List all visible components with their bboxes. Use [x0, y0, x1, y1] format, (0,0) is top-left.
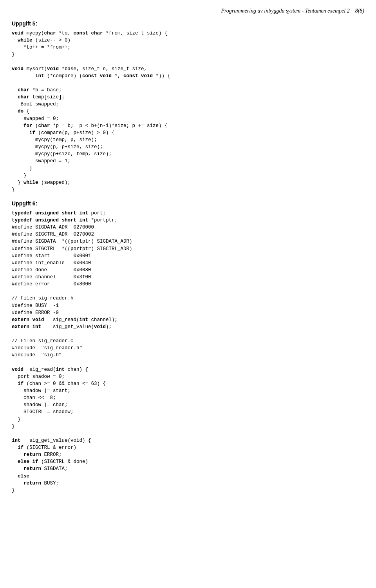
section5-title: Uppgift 5:: [12, 20, 364, 27]
section6-title: Uppgift 6:: [12, 200, 364, 207]
page-header: Programmering av inbyggda system - Tenta…: [12, 8, 364, 14]
section6-code: typedef unsigned short int port; typedef…: [12, 210, 364, 494]
section5-code: void mycpy(char *to, const char *from, s…: [12, 30, 364, 193]
